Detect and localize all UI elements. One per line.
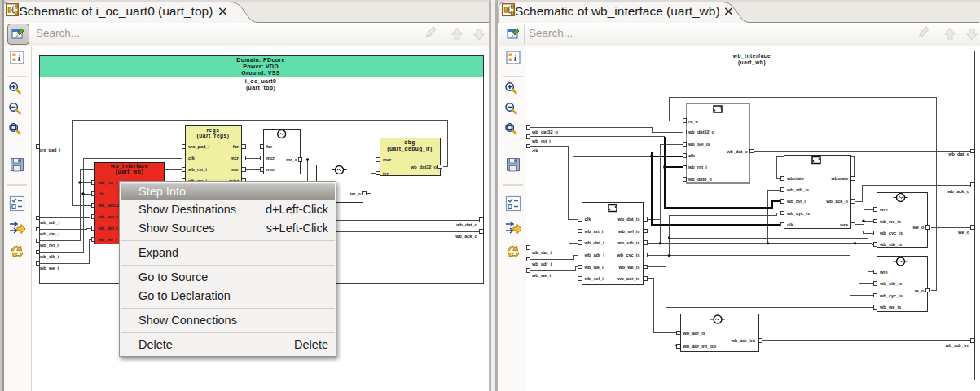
svg-text:mr_o: mr_o <box>286 157 297 162</box>
svg-text:wb_cyc_is: wb_cyc_is <box>617 253 640 257</box>
svg-text:re_o: re_o <box>915 288 925 293</box>
svg-text:Ground: VSS: Ground: VSS <box>241 70 279 76</box>
svg-text:wb_stb_is: wb_stb_is <box>879 281 902 286</box>
svg-text:wb_rst_i: wb_rst_i <box>786 199 806 204</box>
svg-text:wb_adr_int_lsb: wb_adr_int_lsb <box>683 344 717 349</box>
svg-text:wb_adr_int: wb_adr_int <box>944 343 969 348</box>
svg-text:we_o: we_o <box>912 225 925 230</box>
svg-text:wb_cyc_is: wb_cyc_is <box>879 293 903 298</box>
svg-text:wb_we_i: wb_we_i <box>531 273 551 278</box>
svg-text:wb_dat_o: wb_dat_o <box>726 149 748 154</box>
svg-text:wb_we_i: wb_we_i <box>98 237 117 242</box>
svg-text:ier_o: ier_o <box>350 191 362 196</box>
svg-text:wb_dat8_o: wb_dat8_o <box>688 177 712 182</box>
svg-text:srx_pad_i: srx_pad_i <box>39 147 61 152</box>
svg-text:wbstate: wbstate <box>786 176 804 181</box>
svg-text:wb_adr_i: wb_adr_i <box>584 253 605 257</box>
svg-text:wb_dat_o: wb_dat_o <box>455 222 477 227</box>
svg-text:wb_cyc_is: wb_cyc_is <box>786 211 810 216</box>
svg-text:clk: clk <box>532 148 539 153</box>
svg-text:wb_we_is: wb_we_is <box>879 305 901 310</box>
svg-text:wb_ack_o: wb_ack_o <box>825 199 848 204</box>
svg-text:wb_clk_i: wb_clk_i <box>39 254 59 259</box>
svg-text:wb_rst_i: wb_rst_i <box>98 180 117 185</box>
svg-text:wb_we_i: wb_we_i <box>39 266 59 270</box>
svg-text:wb_rst_i: wb_rst_i <box>39 243 59 248</box>
svg-text:wb_dat_is: wb_dat_is <box>617 217 639 222</box>
svg-text:wre: wre <box>879 207 888 212</box>
svg-text:clk: clk <box>787 222 794 227</box>
svg-text:wb_we_is: wb_we_is <box>879 219 901 224</box>
svg-text:wb_dat32_o: wb_dat32_o <box>410 165 437 169</box>
svg-text:(uart_regs): (uart_regs) <box>196 133 229 139</box>
svg-text:wre: wre <box>879 270 888 275</box>
svg-text:wb_interface: wb_interface <box>732 53 771 59</box>
svg-text:wb_rst_i: wb_rst_i <box>187 167 207 172</box>
svg-text:wb_ack_o: wb_ack_o <box>947 189 969 194</box>
svg-text:mcr: mcr <box>231 156 240 160</box>
svg-text:wb_stb_is: wb_stb_is <box>786 187 809 192</box>
svg-text:(uart_wb): (uart_wb) <box>738 59 766 66</box>
svg-text:wb_we_i: wb_we_i <box>584 265 604 270</box>
svg-text:(uart_top): (uart_top) <box>246 85 275 91</box>
svg-text:wb_dat_i: wb_dat_i <box>98 226 118 231</box>
svg-text:Schematic of wb_interface (uar: Schematic of wb_interface (uart_wb) <box>515 4 720 18</box>
svg-text:wb_adr_i: wb_adr_i <box>98 214 119 219</box>
svg-text:fcr: fcr <box>266 144 273 149</box>
svg-text:re_o: re_o <box>688 119 698 124</box>
svg-text:wb_dat_i: wb_dat_i <box>531 250 552 255</box>
svg-text:srx_pad_i: srx_pad_i <box>188 144 210 149</box>
svg-text:wb_sel_is: wb_sel_is <box>617 229 639 234</box>
svg-text:we_o: we_o <box>957 230 970 235</box>
svg-text:wb_sel_i: wb_sel_i <box>584 276 604 281</box>
svg-text:wb_we_is: wb_we_is <box>617 265 639 270</box>
svg-text:wb_adr_int: wb_adr_int <box>730 338 755 343</box>
svg-text:wb_rst_i: wb_rst_i <box>584 229 604 234</box>
svg-text:wb_dat_i: wb_dat_i <box>584 240 604 245</box>
svg-text:wb_dat32_o: wb_dat32_o <box>531 130 559 134</box>
svg-text:wb_adr_i: wb_adr_i <box>531 261 552 266</box>
svg-text:(uart_wb): (uart_wb) <box>116 169 143 175</box>
svg-text:clk: clk <box>99 191 106 196</box>
svg-text:wb_cyc_is: wb_cyc_is <box>879 231 903 235</box>
svg-text:wb_adr_is: wb_adr_is <box>617 276 639 281</box>
svg-text:mcr: mcr <box>383 157 392 162</box>
svg-text:wb_dat_o: wb_dat_o <box>947 152 969 156</box>
svg-text:wb_rst_i: wb_rst_i <box>688 165 707 169</box>
svg-text:i_oc_uart0: i_oc_uart0 <box>245 78 277 84</box>
svg-text:ier: ier <box>383 171 389 176</box>
svg-text:wb_adr_i: wb_adr_i <box>39 220 60 225</box>
svg-text:(uart_debug_if): (uart_debug_if) <box>387 146 433 152</box>
svg-text:wb_stb_is: wb_stb_is <box>879 242 902 247</box>
svg-text:wb_rst_i: wb_rst_i <box>531 138 551 143</box>
svg-text:Schematic of i_oc_uart0 (uart_: Schematic of i_oc_uart0 (uart_top) <box>20 4 213 18</box>
svg-text:wb_stb_is: wb_stb_is <box>617 240 639 245</box>
svg-text:msr: msr <box>266 167 275 172</box>
svg-text:wre: wre <box>839 222 848 227</box>
svg-text:wb_dat32_o: wb_dat32_o <box>688 130 715 134</box>
svg-text:wb_ack_o: wb_ack_o <box>455 234 477 239</box>
svg-text:Power: VDD: Power: VDD <box>243 64 279 69</box>
svg-text:wb_adr_is: wb_adr_is <box>683 331 705 336</box>
svg-text:clk: clk <box>188 156 196 160</box>
svg-text:mcr: mcr <box>266 156 275 160</box>
svg-text:i: i <box>18 54 20 63</box>
svg-text:Domain: PDcore: Domain: PDcore <box>236 57 284 63</box>
svg-text:wb_sel_is: wb_sel_is <box>688 142 710 147</box>
svg-text:i: i <box>514 54 516 63</box>
svg-text:clk: clk <box>585 217 592 222</box>
svg-text:wb_dat_i: wb_dat_i <box>39 231 59 236</box>
svg-text:msr: msr <box>231 167 240 172</box>
svg-text:clk: clk <box>688 153 696 158</box>
svg-text:wbstate: wbstate <box>830 176 848 181</box>
svg-text:fcr: fcr <box>233 144 240 149</box>
